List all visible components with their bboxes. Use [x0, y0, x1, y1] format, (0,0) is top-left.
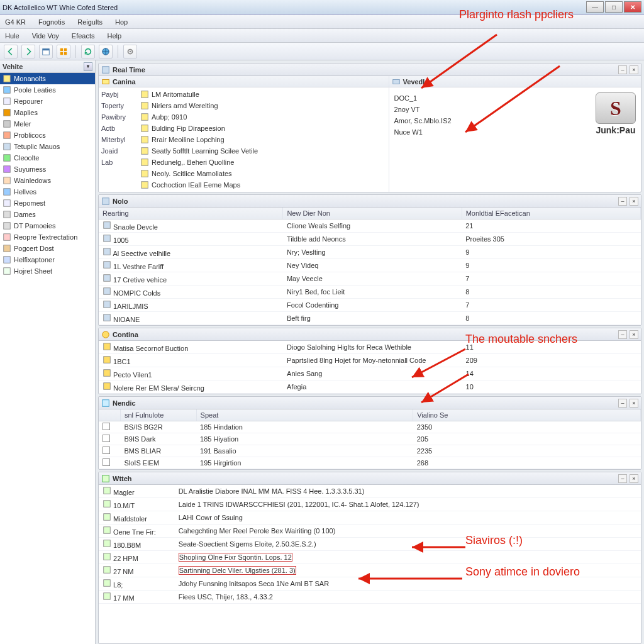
property-row: Neoly. Scitlice Mamoliates: [100, 168, 387, 179]
sidebar-item[interactable]: Problicocs: [0, 130, 95, 141]
cell: 9: [462, 246, 640, 259]
table-row[interactable]: Matisa Secornof BuctionDiogo Salolhing H…: [99, 341, 641, 354]
table-row[interactable]: Oene Tne Fir:Cahegchting Mer Reel Perole…: [99, 525, 641, 538]
panel-close-icon[interactable]: ×: [630, 197, 638, 206]
sidebar-item-label: Monanolts: [14, 75, 46, 82]
svg-rect-53: [103, 399, 109, 406]
brand-name: Junk:Pau: [596, 125, 635, 135]
panel-minimize-icon[interactable]: –: [618, 399, 627, 408]
cell: BMS BLIAR: [120, 445, 196, 457]
table-row[interactable]: 1L Vesthre FariffNey Videq9: [99, 259, 641, 272]
panel-close-icon[interactable]: ×: [630, 474, 638, 483]
sidebar-item[interactable]: Meler: [0, 118, 95, 130]
grid-button[interactable]: [57, 45, 70, 58]
table-row[interactable]: Snaole DevcleClione Weals Selfing21: [99, 219, 641, 233]
sidebar-item[interactable]: Suyumess: [0, 164, 95, 175]
cell: 27 NM: [111, 568, 133, 575]
table-row[interactable]: Al Seective velhilleNry; Veslting9: [99, 246, 641, 259]
cell: 185 Hiyation: [196, 433, 413, 445]
close-button[interactable]: ✕: [624, 1, 641, 13]
menu-item[interactable]: Reigults: [75, 17, 105, 27]
panel-title: Nendic: [113, 399, 136, 407]
sidebar-item[interactable]: Hellves: [0, 186, 95, 197]
col-header[interactable]: Speat: [196, 409, 413, 421]
cell: 2350: [413, 421, 641, 433]
sidebar-item[interactable]: Tetuplic Mauos: [0, 141, 95, 152]
sidebar-item[interactable]: Repourer: [0, 96, 95, 107]
menu-item[interactable]: Vide Voy: [30, 31, 62, 41]
sidebar-item[interactable]: Wainledows: [0, 175, 95, 186]
checkbox[interactable]: [103, 458, 110, 466]
menu-item[interactable]: G4 KR: [3, 17, 28, 27]
menu-item[interactable]: Hop: [113, 17, 130, 27]
table-row[interactable]: 10.M/TLaide 1 TRINS IDWARSCCFHIESI (201,…: [99, 498, 641, 511]
sidebar-item-label: Hojret Sheet: [14, 267, 52, 275]
sidebar-title: Vehite: [3, 63, 23, 70]
globe-button[interactable]: [99, 45, 113, 58]
panel-minimize-icon[interactable]: –: [618, 330, 627, 339]
back-button[interactable]: [4, 45, 18, 58]
table-row[interactable]: 1ARILJMISFocol Codentiing7: [99, 299, 641, 312]
table-row[interactable]: BMS BLIAR191 Basalio2235: [99, 445, 641, 457]
toolbar-separator: [75, 45, 76, 58]
sidebar-item[interactable]: Cleoolte: [0, 152, 95, 164]
panel-close-icon[interactable]: ×: [630, 330, 638, 339]
svg-point-8: [130, 50, 131, 52]
panel-minimize-icon[interactable]: –: [618, 65, 627, 74]
table-row[interactable]: NIOANEBeft firg8: [99, 312, 641, 325]
menu-item[interactable]: Help: [105, 31, 125, 41]
sidebar-item[interactable]: Repomest: [0, 197, 95, 209]
sidebar-item[interactable]: Poole Leaties: [0, 84, 95, 96]
vehicle-info-line: Nuce W1: [394, 126, 588, 138]
table-row[interactable]: SloIS ElEM195 Hirgirtion268: [99, 457, 641, 469]
sidebar-item[interactable]: Pogcert Dost: [0, 243, 95, 254]
col-header[interactable]: Vialino Se: [413, 409, 641, 421]
cell: 1L Vesthre Fariff: [111, 263, 164, 270]
panel-close-icon[interactable]: ×: [630, 65, 638, 74]
table-row[interactable]: 180.B8MSeate-Soectient Sigems Eloite, 2.…: [99, 538, 641, 551]
table-row[interactable]: MaglerDL Aralistie Diabore INAL MM MA. F…: [99, 485, 641, 498]
table-row[interactable]: B9IS Dark185 Hiyation205: [99, 433, 641, 445]
col-header[interactable]: Monldtial EFacetican: [462, 208, 640, 219]
refresh-button[interactable]: [81, 45, 95, 58]
menu-item[interactable]: Efeacts: [69, 31, 97, 41]
checkbox[interactable]: [103, 447, 110, 454]
sidebar-item[interactable]: Maplies: [0, 107, 95, 118]
checkbox[interactable]: [103, 423, 110, 430]
col-header[interactable]: Rearting: [99, 208, 283, 219]
sidebar-item[interactable]: Hojret Sheet: [0, 265, 95, 277]
col-header[interactable]: snl Fulnulote: [120, 409, 196, 421]
table-row[interactable]: Nolere Rer EM Slera/ SeircngAfegia10: [99, 380, 641, 394]
table-row[interactable]: MiafdstolerLAHI Cowr of Ssuing: [99, 511, 641, 525]
table-row[interactable]: Pecto Vilen1Anies Sang14: [99, 367, 641, 380]
menu-item[interactable]: Hule: [3, 31, 22, 41]
minimize-button[interactable]: —: [586, 1, 604, 13]
sidebar-item[interactable]: Monanolts: [0, 73, 95, 84]
table-row[interactable]: NOMPIC ColdsNiry1 Bed, foc Lieit8: [99, 286, 641, 299]
sidebar-item[interactable]: DT Pamoeies: [0, 220, 95, 231]
config-button[interactable]: [123, 45, 137, 58]
table-row[interactable]: 1005Tildble add NeoncsProeites 305: [99, 233, 641, 246]
sidebar-dropdown[interactable]: ▾: [84, 62, 92, 71]
panel-minimize-icon[interactable]: –: [618, 197, 627, 206]
table-row[interactable]: BS/IS BG2R185 Hindation2350: [99, 421, 641, 433]
svg-rect-22: [4, 223, 11, 230]
table-row[interactable]: 1BC1Paprtslied 8lng Hojet for Moy-netonn…: [99, 354, 641, 367]
table-row[interactable]: L8;Jdohy Funsning lnitsapos Seca 1Ne Aml…: [99, 577, 641, 591]
maximize-button[interactable]: □: [605, 1, 623, 13]
svg-rect-35: [142, 159, 148, 166]
sidebar-item[interactable]: Dames: [0, 209, 95, 220]
panel-close-icon[interactable]: ×: [630, 399, 638, 408]
menu-item[interactable]: Fognotis: [36, 17, 67, 27]
checkbox[interactable]: [103, 435, 110, 442]
sidebar-item[interactable]: Reopre Textrectation: [0, 231, 95, 243]
table-row[interactable]: 17 Cretive vehiceMay Veecle7: [99, 272, 641, 286]
table-row[interactable]: 22 HPMShopling Olne Fixr Sqontin. Lops. …: [99, 551, 641, 564]
calendar-button[interactable]: [39, 45, 53, 58]
table-row[interactable]: 17 MMFiees USC, Thijer, 183., 4.33.2: [99, 591, 641, 604]
panel-minimize-icon[interactable]: –: [618, 474, 627, 483]
col-header[interactable]: New Dier Non: [283, 208, 462, 219]
forward-button[interactable]: [21, 45, 35, 58]
table-row[interactable]: 27 NMSartinning Delc Viler. Ulgsties (28…: [99, 564, 641, 577]
sidebar-item[interactable]: Helfixaptoner: [0, 254, 95, 265]
